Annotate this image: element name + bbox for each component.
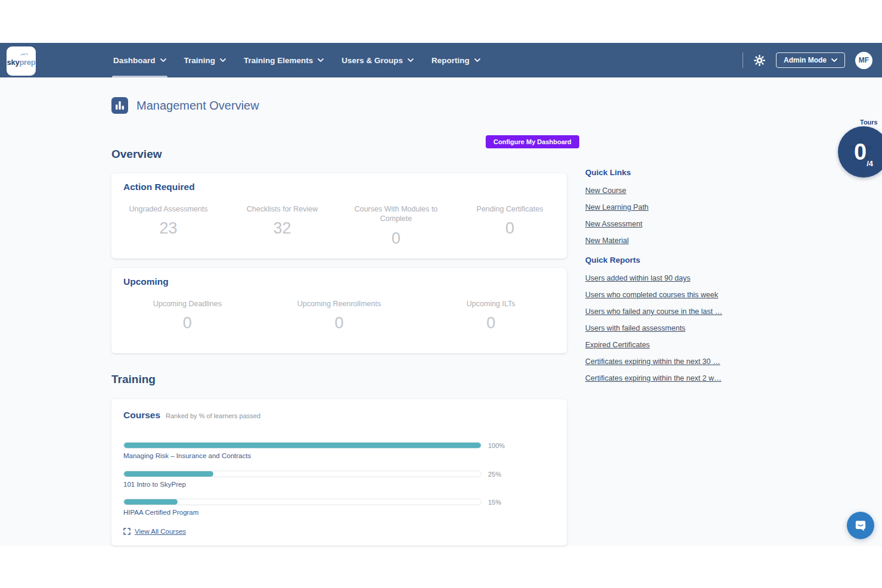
main-nav: Dashboard Training Training Elements Use… bbox=[113, 43, 480, 77]
upcoming-card: Upcoming Upcoming Deadlines 0 Upcoming R… bbox=[111, 268, 567, 353]
action-required-title: Action Required bbox=[123, 182, 195, 192]
report-certificates-expiring-30[interactable]: Certificates expiring within the next 30… bbox=[585, 357, 720, 366]
courses-title-row: Courses Ranked by % of learners passed bbox=[123, 410, 260, 421]
settings-button[interactable] bbox=[753, 54, 766, 67]
action-required-stats: Ungraded Assessments 23 Checklists for R… bbox=[111, 204, 567, 248]
progress-percent-label: 100% bbox=[488, 442, 505, 449]
stat-value: 0 bbox=[453, 219, 567, 238]
stat-value: 0 bbox=[415, 314, 567, 332]
stat-label: Courses With Modules to Complete bbox=[349, 204, 444, 224]
navbar-right-controls: Admin Mode MF bbox=[743, 43, 872, 77]
stat-upcoming-deadlines: Upcoming Deadlines 0 bbox=[111, 299, 263, 332]
list-item: New Assessment bbox=[585, 219, 725, 229]
report-expired-certificates[interactable]: Expired Certificates bbox=[585, 341, 650, 349]
configure-dashboard-button[interactable]: Configure My Dashboard bbox=[486, 135, 579, 148]
gear-icon bbox=[753, 54, 766, 67]
quick-reports-heading: Quick Reports bbox=[585, 256, 725, 265]
nav-item-reporting[interactable]: Reporting bbox=[431, 43, 480, 77]
chevron-down-icon bbox=[220, 58, 226, 62]
report-users-failed-assessments[interactable]: Users with failed assessments bbox=[585, 324, 685, 332]
course-bar-row: 100% Managing Risk – Insurance and Contr… bbox=[123, 442, 505, 459]
progress-percent-label: 25% bbox=[488, 471, 501, 478]
progress-bar-fill bbox=[124, 499, 178, 505]
progress-bar-track bbox=[123, 471, 482, 477]
courses-card: Courses Ranked by % of learners passed 1… bbox=[111, 399, 567, 546]
view-all-courses-label[interactable]: View All Courses bbox=[135, 528, 186, 535]
overview-section-heading: Overview bbox=[111, 148, 162, 161]
nav-item-label: Users & Groups bbox=[341, 56, 403, 65]
stat-label: Pending Certificates bbox=[462, 204, 558, 214]
chevron-down-icon bbox=[408, 58, 414, 62]
course-bar-row: 15% HIPAA Certified Program bbox=[123, 499, 505, 516]
tours-total: /4 bbox=[867, 159, 873, 168]
courses-title: Courses bbox=[123, 410, 160, 421]
admin-mode-dropdown[interactable]: Admin Mode bbox=[776, 52, 845, 68]
user-avatar[interactable]: MF bbox=[855, 52, 872, 69]
progress-bar-track bbox=[123, 499, 482, 505]
upcoming-stats: Upcoming Deadlines 0 Upcoming Reenrollme… bbox=[111, 299, 567, 332]
nav-item-label: Training bbox=[184, 56, 216, 65]
chevron-down-icon bbox=[160, 58, 166, 62]
progress-bar-fill bbox=[124, 443, 481, 448]
list-item: Certificates expiring within the next 2 … bbox=[585, 373, 725, 383]
tours-label: Tours bbox=[860, 119, 878, 126]
stat-label: Checklists for Review bbox=[235, 204, 330, 214]
main-content: Management Overview Tours ★ 0 /4 Configu… bbox=[0, 77, 882, 546]
nav-item-users-groups[interactable]: Users & Groups bbox=[341, 43, 414, 77]
report-users-added-90-days[interactable]: Users added within last 90 days bbox=[585, 274, 690, 282]
top-navbar: skyprep Dashboard Training Training Elem… bbox=[0, 43, 882, 77]
list-item: Certificates expiring within the next 30… bbox=[585, 356, 725, 366]
list-item: New Course bbox=[585, 185, 725, 195]
nav-item-label: Dashboard bbox=[113, 56, 156, 65]
course-bar-row: 25% 101 Intro to SkyPrep bbox=[123, 471, 505, 488]
quick-link-new-material[interactable]: New Material bbox=[585, 237, 629, 245]
list-item: New Material bbox=[585, 235, 725, 245]
quick-link-new-assessment[interactable]: New Assessment bbox=[585, 220, 642, 228]
list-item: Users added within last 90 days bbox=[585, 273, 725, 283]
stat-label: Upcoming ILTs bbox=[443, 299, 539, 309]
bar-chart-icon bbox=[111, 97, 128, 114]
stat-value: 0 bbox=[339, 229, 453, 248]
nav-item-label: Reporting bbox=[431, 56, 470, 65]
nav-item-training-elements[interactable]: Training Elements bbox=[244, 43, 324, 77]
nav-item-label: Training Elements bbox=[244, 56, 313, 65]
course-name: Managing Risk – Insurance and Contracts bbox=[123, 452, 505, 459]
report-certificates-expiring-2w[interactable]: Certificates expiring within the next 2 … bbox=[585, 374, 722, 382]
stat-label: Ungraded Assessments bbox=[121, 204, 216, 214]
stat-value: 32 bbox=[225, 219, 339, 238]
stat-label: Upcoming Reenrollments bbox=[291, 299, 387, 309]
quick-links-heading: Quick Links bbox=[585, 168, 725, 177]
page-title-row: Management Overview bbox=[111, 97, 259, 114]
quick-reports-list: Users added within last 90 days Users wh… bbox=[585, 273, 725, 383]
upcoming-title: Upcoming bbox=[123, 276, 169, 287]
action-required-card: Action Required Ungraded Assessments 23 … bbox=[111, 173, 567, 259]
progress-bar-fill bbox=[124, 471, 213, 477]
skyprep-dashboard-page: skyprep Dashboard Training Training Elem… bbox=[0, 0, 882, 588]
courses-subtitle: Ranked by % of learners passed bbox=[166, 412, 260, 419]
stat-value: 0 bbox=[111, 314, 263, 332]
skyprep-logo[interactable]: skyprep bbox=[7, 46, 36, 76]
view-all-courses-link[interactable]: View All Courses bbox=[123, 528, 186, 535]
quick-link-new-learning-path[interactable]: New Learning Path bbox=[585, 203, 648, 211]
stat-courses-with-modules: Courses With Modules to Complete 0 bbox=[339, 204, 453, 248]
quick-link-new-course[interactable]: New Course bbox=[585, 186, 626, 195]
stat-value: 23 bbox=[111, 219, 225, 238]
chevron-down-icon bbox=[318, 58, 324, 62]
course-name: 101 Intro to SkyPrep bbox=[123, 481, 505, 488]
chat-launcher-button[interactable] bbox=[847, 512, 874, 539]
stat-value: 0 bbox=[263, 314, 415, 332]
list-item: New Learning Path bbox=[585, 202, 725, 212]
report-users-completed-this-week[interactable]: Users who completed courses this week bbox=[585, 291, 718, 299]
report-users-failed-course[interactable]: Users who failed any course in the last … bbox=[585, 307, 722, 316]
chevron-down-icon bbox=[474, 58, 480, 62]
logo-text: skyprep bbox=[7, 58, 36, 67]
right-sidebar: Quick Links New Course New Learning Path… bbox=[585, 168, 725, 390]
page-title: Management Overview bbox=[136, 99, 259, 113]
list-item: Users who failed any course in the last … bbox=[585, 306, 725, 316]
stat-upcoming-ilts: Upcoming ILTs 0 bbox=[415, 299, 567, 332]
admin-mode-label: Admin Mode bbox=[784, 56, 827, 64]
nav-item-training[interactable]: Training bbox=[184, 43, 226, 77]
nav-item-dashboard[interactable]: Dashboard bbox=[113, 43, 166, 77]
tours-progress-widget[interactable]: ★ 0 /4 bbox=[838, 126, 882, 178]
bird-icon bbox=[20, 52, 29, 56]
